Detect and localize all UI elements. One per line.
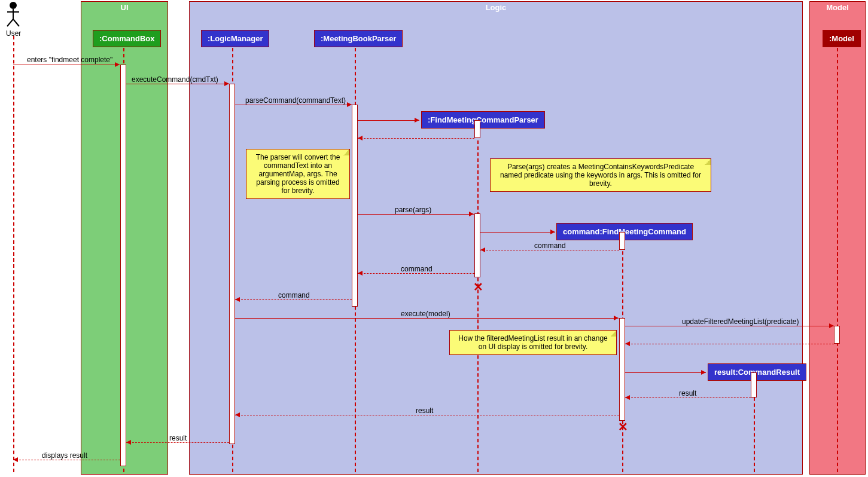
arrowhead-create-fmcp <box>415 118 419 123</box>
arrow-m13 <box>13 460 120 460</box>
arrow-m8 <box>235 318 619 319</box>
frame-ui-title: UI <box>116 2 133 13</box>
arrow-m6 <box>358 273 474 274</box>
frame-logic-title: Logic <box>481 2 511 13</box>
svg-line-4 <box>13 19 19 26</box>
frame-model-title: Model <box>821 2 854 13</box>
msg-command-2: command <box>401 265 433 273</box>
msg-parsecommand: parseCommand(commandText) <box>245 96 346 105</box>
arrow-create-fmc <box>480 232 555 233</box>
note-filteredmeeting: How the filteredMeetingList result in an… <box>449 330 617 355</box>
svg-line-3 <box>7 19 13 26</box>
participant-model: :Model <box>823 30 861 47</box>
msg-execute: execute(model) <box>401 310 450 318</box>
arrow-return-fmcp <box>358 138 474 139</box>
arrowhead-m11 <box>235 412 240 417</box>
arrow-m7 <box>235 299 352 300</box>
msg-displays: displays result <box>42 451 87 460</box>
arrowhead-m7 <box>235 297 240 302</box>
arrowhead-return-fmcp <box>358 136 363 140</box>
arrow-m3 <box>235 105 352 105</box>
msg-result-3: result <box>169 434 187 442</box>
msg-enters: enters "findmeet complete" <box>27 56 112 64</box>
arrowhead-m8 <box>614 316 619 320</box>
arrowhead-m1 <box>115 62 120 67</box>
arrow-create-fmcp <box>358 120 419 121</box>
destroy-fmc: ✕ <box>618 420 628 434</box>
arrow-m12 <box>126 442 229 443</box>
arrow-m1 <box>13 65 120 65</box>
participant-logicmanager: :LogicManager <box>201 30 269 47</box>
activation-meetingbookparser <box>352 105 358 307</box>
arrowhead-m6 <box>358 271 363 276</box>
activation-findmeetingcommand-1 <box>619 232 625 250</box>
msg-command-3: command <box>278 291 310 299</box>
arrow-m4 <box>358 214 474 215</box>
activation-findmeetingcommandparser-1 <box>474 120 480 138</box>
activation-logicmanager <box>229 84 235 444</box>
arrowhead-m4 <box>469 212 474 216</box>
arrowhead-create-cr <box>701 370 706 375</box>
activation-findmeetingcommandparser-2 <box>474 213 480 277</box>
msg-result-2: result <box>416 406 433 415</box>
activation-commandresult <box>751 372 757 398</box>
participant-commandresult: result:CommandResult <box>708 363 806 381</box>
msg-parse: parse(args) <box>395 206 431 214</box>
arrow-m10 <box>625 398 751 398</box>
arrowhead-m12 <box>126 440 131 445</box>
msg-command-1: command <box>534 241 566 250</box>
destroy-fmcp: ✕ <box>473 280 483 294</box>
msg-result-1: result <box>679 389 696 398</box>
activation-model <box>834 326 840 344</box>
arrowhead-m2 <box>224 81 229 86</box>
frame-logic: Logic <box>189 1 803 475</box>
activation-commandbox <box>120 65 126 466</box>
actor-lifeline <box>13 36 14 472</box>
arrowhead-m13 <box>13 457 18 462</box>
arrowhead-m9 <box>829 323 834 328</box>
participant-commandbox: :CommandBox <box>93 30 161 47</box>
svg-point-0 <box>10 2 17 9</box>
arrow-create-cr <box>625 372 706 373</box>
arrow-m11 <box>235 415 619 415</box>
arrowhead-create-fmc <box>550 230 555 234</box>
arrowhead-m9-return <box>625 341 630 346</box>
findmeetingcommandparser-lifeline <box>477 129 479 472</box>
participant-meetingbookparser: :MeetingBookParser <box>314 30 403 47</box>
arrowhead-m3 <box>347 102 352 107</box>
note-parser-convert: The parser will convert the commandText … <box>246 149 350 199</box>
actor-user: User <box>6 1 21 38</box>
msg-updatefiltered: updateFilteredMeetingList(predicate) <box>682 317 799 326</box>
arrow-m2 <box>126 84 229 84</box>
arrow-m9-return <box>625 344 834 344</box>
note-parse-args: Parse(args) creates a MeetingContainsKey… <box>490 158 711 192</box>
model-lifeline <box>837 48 838 472</box>
arrow-m5 <box>480 250 619 250</box>
activation-findmeetingcommand-2 <box>619 318 625 421</box>
arrow-m9 <box>625 326 834 326</box>
msg-executecommand: executeCommand(cmdTxt) <box>132 75 218 84</box>
arrowhead-m10 <box>625 395 630 400</box>
arrowhead-m5 <box>480 247 485 252</box>
participant-findmeetingcommandparser: :FindMeetingCommandParser <box>421 111 545 129</box>
